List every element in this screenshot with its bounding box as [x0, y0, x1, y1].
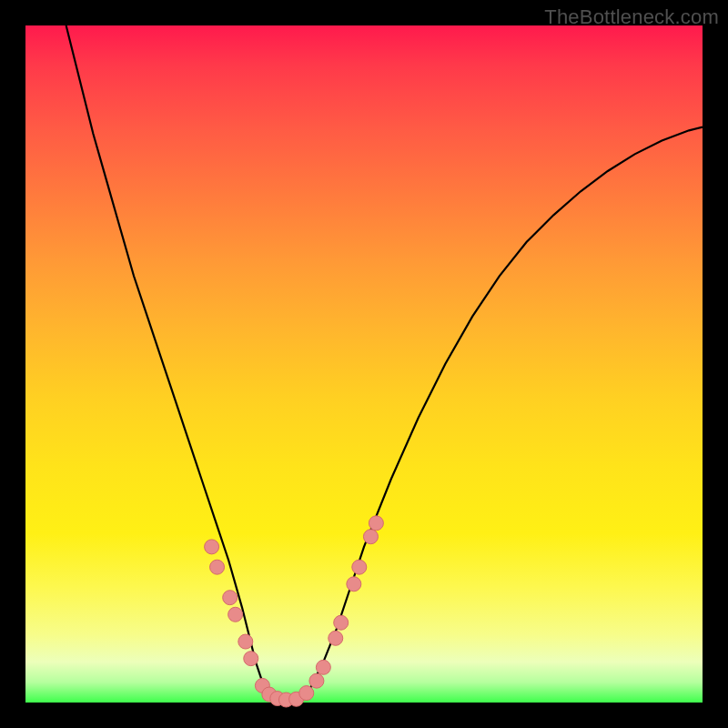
data-marker	[205, 540, 219, 554]
data-marker	[334, 615, 349, 630]
data-marker	[329, 631, 343, 645]
data-marker	[363, 530, 378, 544]
data-marker	[228, 607, 243, 622]
bottleneck-curve	[66, 25, 703, 703]
chart-svg	[25, 25, 703, 703]
data-marker	[299, 686, 314, 701]
outer-frame: TheBottleneck.com	[0, 0, 728, 728]
data-marker	[244, 652, 258, 666]
data-marker	[352, 560, 367, 574]
data-marker	[316, 660, 330, 674]
data-marker	[369, 516, 383, 531]
marker-group	[205, 516, 384, 707]
data-marker	[238, 634, 253, 649]
data-marker	[210, 560, 225, 574]
watermark-text: TheBottleneck.com	[544, 5, 719, 29]
data-marker	[223, 591, 238, 605]
data-marker	[309, 673, 324, 688]
data-marker	[347, 577, 361, 592]
